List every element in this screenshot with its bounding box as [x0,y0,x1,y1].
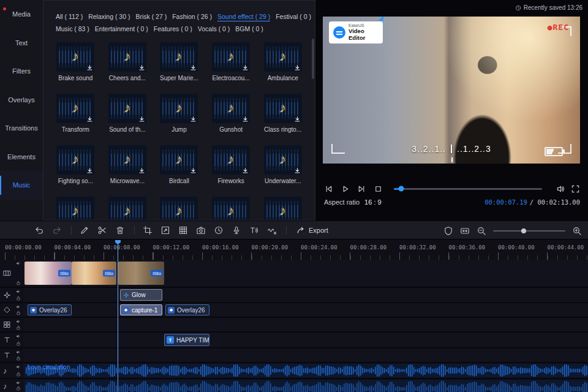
video-clip-3[interactable]: iSto [118,262,164,285]
lock-icon[interactable] [16,356,21,361]
download-icon[interactable] [139,168,145,173]
download-icon[interactable] [87,168,92,173]
effect-clip-glow[interactable]: Glow [120,289,162,301]
zoom-slider-handle[interactable] [521,228,526,233]
download-icon[interactable] [243,116,248,122]
lock-icon[interactable] [16,386,21,391]
sidebar-item[interactable]: Text [0,29,43,58]
music-thumbnail[interactable]: ♪ [160,42,198,72]
mute-icon[interactable] [16,261,21,266]
music-item[interactable]: ♪ Transform [56,94,94,133]
music-thumbnail[interactable]: ♪ [160,145,198,175]
duration-clock-icon[interactable] [214,225,224,235]
undo-icon[interactable] [34,225,44,235]
music-item[interactable]: ♪ Super Marie... [160,42,198,81]
mute-icon[interactable] [16,334,21,339]
music-thumbnail[interactable]: ♪ [212,42,250,72]
download-icon[interactable] [87,65,92,70]
music-clip-love-circulation[interactable]: Love circulation [24,364,588,377]
lock-icon[interactable] [16,372,21,377]
music-item[interactable]: ♪ Birdcall [160,145,198,184]
music-thumbnail[interactable]: ♪ [108,94,146,123]
zoom-in-icon[interactable] [572,226,582,236]
music-item[interactable]: ♪ Underwater... [264,145,302,184]
download-icon[interactable] [243,65,248,70]
stop-button[interactable] [374,184,383,194]
split-scissors-icon[interactable] [97,225,107,235]
category-tab[interactable]: Features ( 0 ) [154,25,192,32]
mosaic-icon[interactable] [178,225,188,235]
crop-icon[interactable] [143,225,153,235]
music-item[interactable]: ♪ Jump [160,94,198,133]
overlay-clip-2-selected[interactable]: ◆capture-1 [120,304,162,315]
seek-handle[interactable] [399,186,404,192]
zoom-clip-icon[interactable] [160,225,170,235]
category-tab[interactable]: Brisk ( 27 ) [135,13,167,21]
mute-icon[interactable] [16,350,21,355]
play-button[interactable] [341,184,350,194]
text-clip-happy-tim[interactable]: T HAPPY TIM [164,334,209,346]
music-thumbnail[interactable]: ♪ [212,145,250,175]
freeze-frame-icon[interactable] [196,225,206,235]
music-item[interactable]: ♪ Cheers and... [108,42,146,81]
sidebar-item[interactable]: Transitions [0,114,43,143]
text-to-speech-icon[interactable] [249,225,259,235]
download-icon[interactable] [295,168,300,173]
category-tab[interactable]: Entertainment ( 0 ) [95,25,148,32]
sidebar-item[interactable]: Filters [0,57,43,86]
zoom-out-icon[interactable] [477,226,486,236]
sidebar-item[interactable]: Overlays [0,86,43,115]
category-tab[interactable]: Festival ( 0 ) [276,13,311,21]
music-thumbnail[interactable]: ♪ [56,94,94,123]
music-thumbnail[interactable]: ♪ [212,94,250,123]
category-tab[interactable]: Relaxing ( 30 ) [88,13,130,21]
music-item[interactable]: ♪ Fighting so... [56,145,94,184]
music-thumbnail[interactable]: ♪ [56,197,94,221]
download-icon[interactable] [139,116,145,122]
fullscreen-icon[interactable] [571,184,580,194]
music-thumbnail[interactable]: ♪ [264,94,302,123]
lock-icon[interactable] [16,341,21,346]
mute-icon[interactable] [16,319,21,324]
download-icon[interactable] [190,168,196,173]
sidebar-item[interactable]: Media [0,0,43,29]
seek-slider[interactable] [394,188,542,190]
sidebar-item[interactable]: Elements [0,143,43,172]
lock-icon[interactable] [16,296,21,301]
music-thumbnail[interactable]: ♪ [160,94,198,123]
mute-icon[interactable] [16,304,21,309]
download-icon[interactable] [190,65,196,70]
music-item[interactable]: ♪ Ambulance [264,42,302,81]
music-thumbnail[interactable]: ♪ [108,42,146,72]
lock-icon[interactable] [16,281,21,285]
music-thumbnail[interactable]: ♪ [264,42,302,72]
delete-trash-icon[interactable] [115,225,125,235]
music-item[interactable]: ♪ Sound of th... [108,94,146,133]
download-icon[interactable] [190,116,196,122]
next-frame-button[interactable] [357,184,366,194]
music-thumbnail[interactable]: ♪ [108,145,146,175]
download-icon[interactable] [243,168,248,173]
aspect-ratio-value[interactable]: 16 : 9 [364,198,382,206]
music-clip-partial[interactable] [24,380,588,392]
volume-icon[interactable] [556,184,565,194]
voiceover-mic-icon[interactable] [232,225,241,235]
video-clip-2[interactable]: iSto [72,262,116,285]
music-thumbnail[interactable]: ♪ [264,145,302,175]
music-item[interactable]: ♪ Fireworks [212,145,250,184]
download-icon[interactable] [295,116,300,122]
music-item[interactable]: ♪ Microwave... [108,145,146,184]
previous-frame-button[interactable] [324,184,333,194]
music-thumbnail[interactable]: ♪ [108,197,146,221]
music-item[interactable]: ♪ Class ringto... [264,94,302,133]
download-icon[interactable] [139,65,145,70]
edit-pencil-icon[interactable] [80,225,89,235]
export-button[interactable]: Export [296,225,328,235]
music-thumbnail[interactable]: ♪ [56,42,94,72]
music-thumbnail[interactable]: ♪ [56,145,94,175]
music-thumbnail[interactable]: ♪ [160,197,198,221]
category-tab[interactable]: Vocals ( 0 ) [198,25,230,32]
lock-icon[interactable] [16,325,21,330]
mute-icon[interactable] [16,380,21,385]
video-clip-1[interactable]: iSto [24,262,72,285]
